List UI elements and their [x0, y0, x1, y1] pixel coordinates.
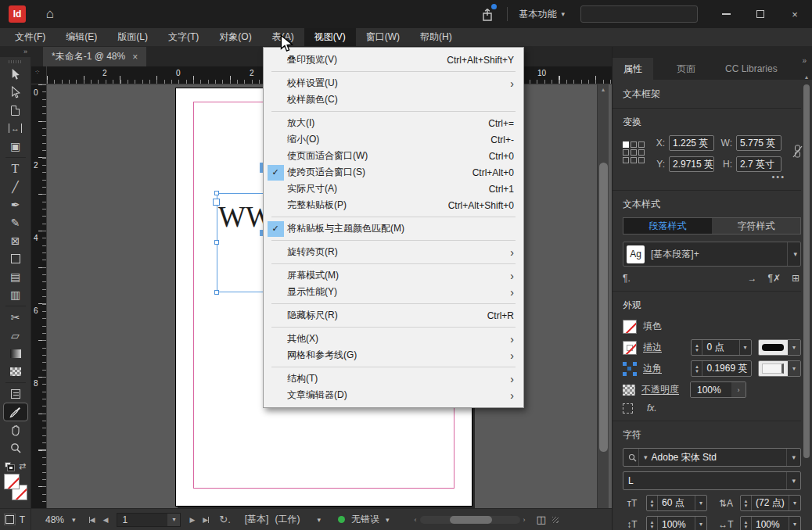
- scrollbar-thumb[interactable]: [450, 516, 492, 524]
- note-tool[interactable]: [4, 385, 27, 403]
- chevron-down-icon[interactable]: ▾: [788, 340, 800, 355]
- clear-overrides-icon[interactable]: ¶✗: [767, 273, 781, 284]
- document-tab[interactable]: *未命名-1 @ 48% ×: [43, 47, 146, 66]
- zoom-level[interactable]: 48%: [45, 514, 64, 525]
- preflight-status-text[interactable]: 无错误: [351, 513, 379, 526]
- menu-item-hide-rulers[interactable]: 隐藏标尺(R)Ctrl+R: [264, 307, 523, 324]
- formatting-affects-text-button[interactable]: T: [20, 514, 25, 525]
- stroke-color-swatch[interactable]: [623, 341, 637, 355]
- menu-layout[interactable]: 版面(L): [107, 28, 158, 46]
- horizontal-grid-tool[interactable]: ▤: [4, 268, 27, 285]
- menu-item-proof-setup[interactable]: 校样设置(U)›: [264, 75, 523, 91]
- fill-swatch[interactable]: [4, 474, 20, 489]
- tab-properties[interactable]: 属性: [613, 58, 653, 80]
- menu-item-display-performance[interactable]: 显示性能(Y)›: [264, 284, 523, 300]
- maximize-button[interactable]: [743, 0, 778, 28]
- paragraph-style-dropdown[interactable]: Ag [基本段落]+ ▾: [623, 242, 801, 267]
- menu-file[interactable]: 文件(F): [5, 28, 56, 46]
- home-icon[interactable]: ⌂: [40, 6, 60, 22]
- stroke-weight-value[interactable]: 0 点: [702, 341, 738, 354]
- y-field[interactable]: 2.9715 英: [669, 156, 714, 172]
- opacity-field[interactable]: 100% ›: [690, 381, 746, 398]
- gap-tool[interactable]: ↔: [4, 120, 27, 137]
- zoom-tool[interactable]: [4, 439, 27, 457]
- stepper-arrows-icon[interactable]: ▲▼: [647, 496, 658, 510]
- frame-handle[interactable]: [214, 240, 219, 245]
- menu-item-fit-page-in-window[interactable]: 使页面适合窗口(W)Ctrl+0: [264, 148, 523, 164]
- scrollbar-thumb[interactable]: [599, 163, 608, 452]
- vertical-scrollbar[interactable]: ▴: [597, 84, 609, 508]
- stroke-style-dropdown[interactable]: ▾: [758, 339, 801, 356]
- pencil-tool[interactable]: ✎: [4, 214, 27, 231]
- menu-view[interactable]: 视图(V): [304, 28, 356, 46]
- horizontal-scale-value[interactable]: 100%: [752, 519, 789, 530]
- preflight-chevron-icon[interactable]: ▾: [317, 516, 321, 524]
- width-field[interactable]: 5.775 英: [736, 135, 781, 151]
- height-field[interactable]: 2.7 英寸: [736, 156, 781, 172]
- stroke-weight-stepper[interactable]: ▲▼ 0 点 ▾: [691, 339, 751, 356]
- scissors-tool[interactable]: ✂: [4, 309, 27, 326]
- tools-panel-collapse[interactable]: »: [0, 47, 31, 57]
- opacity-value[interactable]: 100%: [691, 382, 731, 397]
- tab-pages[interactable]: 页面: [666, 58, 706, 80]
- font-family-dropdown[interactable]: ▾ Adobe 宋体 Std ▾: [623, 448, 801, 467]
- chevron-right-icon[interactable]: ›: [731, 382, 746, 397]
- x-field[interactable]: 1.225 英: [669, 135, 714, 151]
- corner-label[interactable]: 边角: [643, 362, 684, 375]
- menu-item-entire-pasteboard[interactable]: 完整粘贴板(P)Ctrl+Alt+Shift+0: [264, 197, 523, 213]
- redefine-style-icon[interactable]: →: [747, 273, 756, 284]
- selection-tool[interactable]: [4, 66, 27, 83]
- menu-item-actual-size[interactable]: 实际尺寸(A)Ctrl+1: [264, 181, 523, 197]
- minimize-button[interactable]: [709, 0, 743, 28]
- horizontal-scrollbar[interactable]: ‹ ›: [411, 515, 529, 525]
- menu-item-match-pasteboard-to-theme[interactable]: ✓ 将粘贴板与主题颜色匹配(M): [264, 220, 523, 237]
- menu-item-zoom-in[interactable]: 放大(I)Ctrl+=: [264, 115, 523, 131]
- scroll-right-icon[interactable]: ›: [520, 516, 529, 524]
- menu-item-rotate-spread[interactable]: 旋转跨页(R)›: [264, 244, 523, 260]
- gradient-swatch-tool[interactable]: [4, 345, 27, 362]
- stepper-arrows-icon[interactable]: ▲▼: [741, 517, 752, 530]
- panel-collapse-icon[interactable]: »: [802, 56, 806, 65]
- font-size-stepper[interactable]: ▲▼ 60 点 ▾: [646, 495, 707, 511]
- more-options-icon[interactable]: •••: [771, 172, 785, 181]
- eyedropper-tool[interactable]: [4, 403, 27, 421]
- paragraph-styles-tab[interactable]: 段落样式: [623, 218, 712, 234]
- paragraph-mark-icon[interactable]: ¶.: [623, 273, 631, 284]
- chevron-down-icon[interactable]: ▾: [789, 517, 800, 530]
- direct-selection-tool[interactable]: [4, 84, 27, 101]
- stepper-arrows-icon[interactable]: ▲▼: [692, 361, 702, 376]
- status-chevron-icon[interactable]: ▾: [386, 516, 390, 524]
- preflight-profile[interactable]: [基本]: [245, 513, 269, 526]
- scroll-up-icon[interactable]: ▴: [598, 86, 609, 93]
- tools-panel-grip[interactable]: [9, 60, 23, 63]
- menu-item-overprint-preview[interactable]: 叠印预览(V)Ctrl+Alt+Shift+Y: [264, 52, 523, 68]
- leading-stepper[interactable]: ▲▼ (72 点) ▾: [740, 495, 801, 511]
- corner-radius-value[interactable]: 0.1969 英: [702, 362, 750, 375]
- content-collector-tool[interactable]: ▣: [4, 138, 27, 155]
- leading-value[interactable]: (72 点): [752, 496, 789, 510]
- next-page-button[interactable]: ▶: [187, 516, 197, 524]
- constrain-proportions-icon[interactable]: [792, 145, 803, 161]
- tab-close-icon[interactable]: ×: [132, 52, 138, 63]
- swap-fill-stroke-icon[interactable]: ⇄: [19, 461, 26, 471]
- pen-tool[interactable]: ✒: [4, 196, 27, 213]
- stepper-arrows-icon[interactable]: ▲▼: [741, 496, 752, 510]
- free-transform-tool[interactable]: ▱: [4, 327, 27, 344]
- effects-icon[interactable]: fx.: [647, 403, 657, 414]
- menu-item-extras[interactable]: 其他(X)›: [264, 331, 523, 347]
- gradient-feather-tool[interactable]: [4, 363, 27, 380]
- zoom-chevron-icon[interactable]: ▾: [72, 516, 76, 524]
- new-style-icon[interactable]: ⊞: [792, 273, 799, 284]
- reference-point-selector[interactable]: [623, 141, 645, 163]
- vertical-grid-tool[interactable]: ▥: [4, 286, 27, 303]
- corner-radius-stepper[interactable]: ▲▼ 0.1969 英: [691, 360, 751, 377]
- page-number-field[interactable]: 1 ▾: [117, 513, 181, 527]
- font-style-dropdown[interactable]: L ▾: [623, 471, 801, 490]
- menu-item-screen-mode[interactable]: 屏幕模式(M)›: [264, 267, 523, 284]
- opacity-label[interactable]: 不透明度: [641, 383, 684, 396]
- vertical-ruler[interactable]: 0 2 4 6 8: [31, 84, 47, 508]
- scrollbar-thumb[interactable]: [803, 84, 810, 458]
- share-document-button[interactable]: [476, 5, 499, 23]
- split-layout-view-icon[interactable]: ◫: [537, 514, 546, 525]
- previous-page-button[interactable]: ◀: [100, 516, 110, 524]
